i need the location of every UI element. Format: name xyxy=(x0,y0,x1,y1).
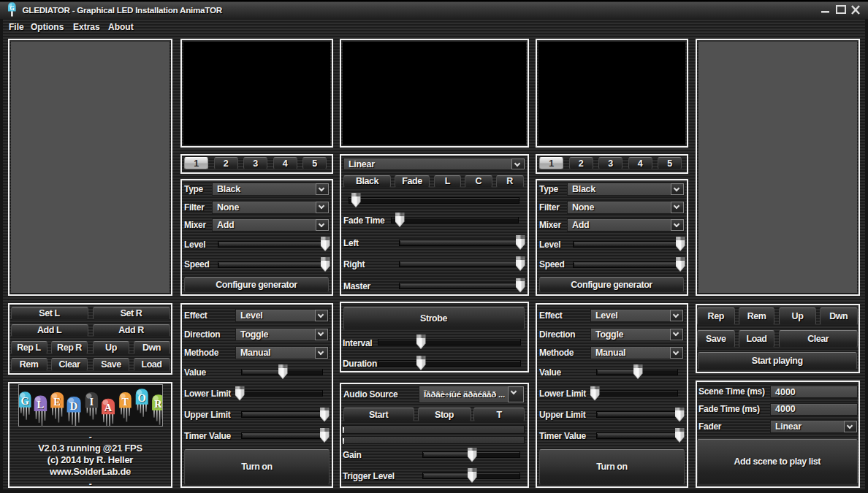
svg-text:G: G xyxy=(9,5,14,12)
